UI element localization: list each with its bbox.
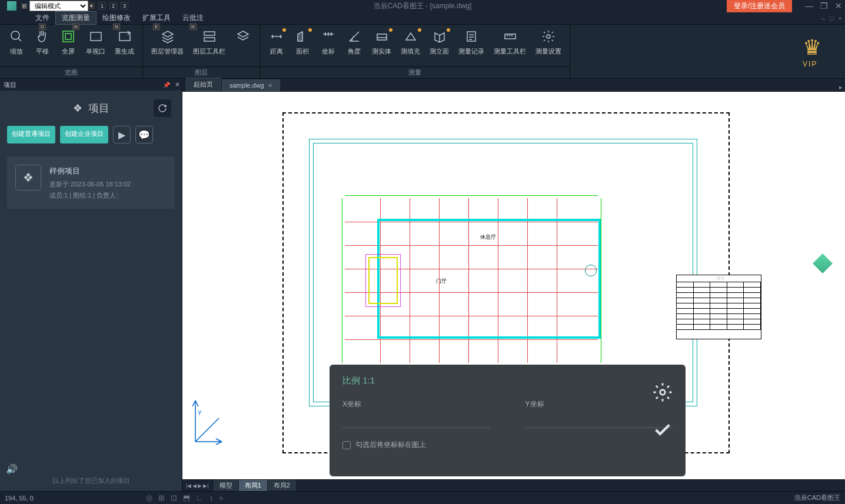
y-coord-input[interactable] <box>525 414 673 428</box>
status-tool-3[interactable]: ⊡ <box>171 493 177 502</box>
first-icon[interactable]: |◀ <box>186 483 191 489</box>
tool-elevation[interactable]: 测立面 <box>425 27 454 64</box>
status-tool-1[interactable]: ◎ <box>146 493 152 502</box>
door-window-schedule: 门窗表 <box>676 275 761 339</box>
tool-coordinate[interactable]: 坐标 <box>315 27 341 64</box>
panel-close-icon[interactable]: × <box>175 81 179 89</box>
tool-measure-toolbar[interactable]: 测量工具栏 <box>489 27 531 64</box>
chat-button[interactable]: 💬 <box>135 126 153 143</box>
mdi-minimize-icon[interactable]: – <box>821 15 825 22</box>
maximize-icon[interactable]: ❐ <box>820 1 828 11</box>
menu-file[interactable]: 文件D <box>29 12 55 24</box>
qat-3[interactable]: 3 <box>121 2 128 9</box>
ribbon-group-view: 览图 <box>0 66 142 78</box>
tool-area[interactable]: 面积 <box>290 27 315 64</box>
create-normal-project-button[interactable]: 创建普通项目 <box>7 126 55 143</box>
f-key-badge: F <box>22 4 27 9</box>
status-coordinates: 194, 55, 0 <box>5 495 122 502</box>
status-tool-6[interactable]: ↕ <box>209 493 214 502</box>
menu-draw-edit[interactable]: 绘图修改N <box>97 12 137 24</box>
zoom-icon <box>8 28 25 45</box>
coordinate-icon <box>320 28 337 45</box>
mdi-close-icon[interactable]: × <box>839 15 842 22</box>
last-icon[interactable]: ▶| <box>203 483 208 489</box>
mdi-restore-icon[interactable]: □ <box>830 15 834 22</box>
tab-nav-icon[interactable]: ▸ <box>839 84 843 91</box>
refresh-button[interactable] <box>154 99 171 117</box>
chat-icon: 💬 <box>138 129 150 141</box>
create-enterprise-project-button[interactable]: 创建企业项目 <box>60 126 108 143</box>
layer-toolbar-icon <box>201 28 218 45</box>
ucs-icon: Y <box>189 395 225 450</box>
tool-distance[interactable]: 距离 <box>264 27 290 64</box>
tool-layer-toolbar[interactable]: 图层工具栏 <box>188 27 230 64</box>
tool-layer-stack[interactable] <box>230 27 256 64</box>
prev-icon[interactable]: ◀ <box>192 483 197 489</box>
record-icon <box>463 28 480 45</box>
tab-sample[interactable]: sample.dwg✕ <box>222 79 280 91</box>
panel-header: 项目 📌 × <box>0 79 182 91</box>
tool-angle[interactable]: 角度 <box>341 27 367 64</box>
ribbon-group-measure: 测量 <box>260 66 570 78</box>
next-icon[interactable]: ▶ <box>198 483 202 489</box>
mode-select[interactable]: 编辑模式 <box>29 1 88 11</box>
minimize-icon[interactable]: — <box>805 1 813 11</box>
menu-cloud-annotate[interactable]: 云批注N <box>177 12 209 24</box>
project-meta: 成员:1 | 图纸:1 | 负责人: <box>49 190 131 201</box>
project-card[interactable]: ❖ 样例项目 更新于:2023-06-05 18:13:02 成员:1 | 图纸… <box>7 156 175 209</box>
tab-start[interactable]: 起始页 <box>186 78 221 91</box>
y-coord-label: Y坐标 <box>525 399 673 409</box>
tab-close-icon[interactable]: ✕ <box>268 82 272 89</box>
tool-layer-manager[interactable]: 图层管理器 <box>147 27 188 64</box>
pin-icon[interactable]: 📌 <box>163 82 170 88</box>
svg-point-0 <box>11 31 19 39</box>
login-button[interactable]: 登录/注册送会员 <box>727 0 792 12</box>
tool-measure-settings[interactable]: 测量设置 <box>531 27 566 64</box>
qat-1[interactable]: 1 <box>98 2 106 9</box>
side-widget[interactable] <box>816 256 833 274</box>
svg-rect-2 <box>65 34 71 39</box>
layout-tab-layout2[interactable]: 布局2 <box>268 480 296 491</box>
tool-zoom[interactable]: 缩放 <box>4 27 29 64</box>
layout-tab-layout1[interactable]: 布局1 <box>239 480 267 491</box>
tool-fullscreen[interactable]: 全屏 <box>55 27 81 64</box>
tool-regen[interactable]: 重生成 <box>110 27 139 64</box>
svg-text:Y: Y <box>198 410 202 416</box>
tool-record[interactable]: 测量记录 <box>454 27 489 64</box>
coordinate-popup: 比例 1:1 X坐标 Y坐标 勾选后将坐标标在图上 <box>330 365 686 476</box>
layout-tab-model[interactable]: 模型 <box>214 480 238 491</box>
panel-footer: 以上列出了您已加入的项目 <box>0 470 182 491</box>
project-name: 样例项目 <box>49 165 131 178</box>
pan-icon <box>34 28 51 45</box>
gear-icon[interactable] <box>653 382 673 402</box>
tool-fill[interactable]: 测填充 <box>396 27 425 64</box>
layers-icon: ❖ <box>73 102 82 115</box>
check-icon[interactable] <box>653 420 673 440</box>
fullscreen-icon <box>60 28 76 45</box>
layers-icon <box>159 28 176 45</box>
app-logo[interactable] <box>3 1 21 11</box>
sound-icon[interactable]: 🔊 <box>6 463 18 475</box>
drawing-canvas[interactable]: 休息厅 门厅 门窗表 Y <box>182 92 845 479</box>
tool-single-viewport[interactable]: 单视口 <box>81 27 110 64</box>
status-tool-7[interactable]: ⟐ <box>219 493 224 502</box>
menu-view-measure[interactable]: 览图测量N <box>55 11 97 25</box>
qat-2[interactable]: 2 <box>109 2 117 9</box>
status-tool-5[interactable]: ∟ <box>196 493 204 502</box>
mode-dropdown-icon[interactable]: ▾ <box>88 2 95 9</box>
mark-on-drawing-checkbox[interactable] <box>342 441 351 449</box>
project-icon: ❖ <box>15 165 41 191</box>
menu-extend-tools[interactable]: 扩展工具E <box>137 12 177 24</box>
status-tool-2[interactable]: ⊞ <box>158 493 165 502</box>
status-tool-4[interactable]: ⬒ <box>183 493 190 502</box>
close-icon[interactable]: ✕ <box>835 1 842 11</box>
play-icon: ▶ <box>118 129 125 141</box>
tool-pan[interactable]: 平移 <box>29 27 55 64</box>
svg-rect-7 <box>377 34 387 40</box>
svg-rect-1 <box>63 31 74 42</box>
x-coord-input[interactable] <box>342 414 490 428</box>
vip-badge[interactable]: ♛ VIP <box>779 25 845 78</box>
svg-rect-3 <box>91 32 101 41</box>
play-button[interactable]: ▶ <box>113 126 131 143</box>
tool-solid[interactable]: 测实体 <box>367 27 396 64</box>
